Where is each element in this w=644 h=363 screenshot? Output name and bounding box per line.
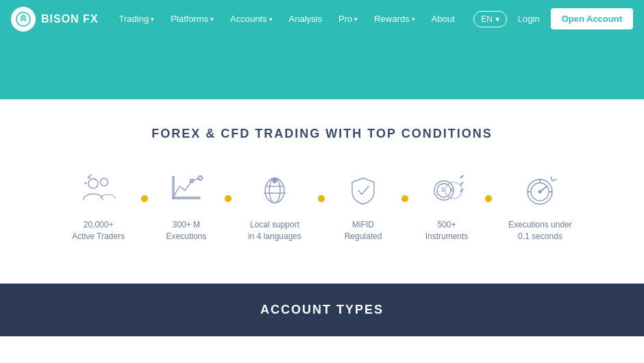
nav-item-rewards[interactable]: Rewards ▾ <box>367 10 421 28</box>
stat-speed: Executions under0.1 seconds <box>496 168 584 242</box>
executions-icon <box>164 168 208 212</box>
dot-separator <box>318 195 325 202</box>
logo-icon <box>11 7 36 32</box>
stat-label: Executions under0.1 seconds <box>508 219 572 242</box>
stat-instruments: $ € 500+Instruments <box>412 168 481 242</box>
svg-point-25 <box>538 190 542 194</box>
dot-separator <box>485 195 492 202</box>
nav-item-pro[interactable]: Pro ▾ <box>332 10 364 28</box>
logo-text: BISON FX <box>41 13 99 25</box>
account-types-band: ACCOUNT TYPES <box>0 284 644 336</box>
chevron-down-icon: ▾ <box>210 16 214 23</box>
svg-text:$: $ <box>441 186 445 193</box>
nav-item-trading[interactable]: Trading ▾ <box>112 10 162 28</box>
stat-label: MiFIDRegulated <box>345 219 382 242</box>
svg-line-11 <box>200 178 203 181</box>
nav-item-analysis[interactable]: Analysis <box>282 10 329 28</box>
chevron-down-icon: ▾ <box>269 16 273 23</box>
chevron-down-icon: ▾ <box>151 16 154 23</box>
chevron-down-icon: ▾ <box>495 14 499 24</box>
account-types-title: ACCOUNT TYPES <box>14 303 630 317</box>
stat-mifid: MiFIDRegulated <box>329 168 397 242</box>
stat-label: 300+ MExecutions <box>166 219 207 242</box>
nav-links: Trading ▾ Platforms ▾ Accounts ▾ Analysi… <box>112 10 474 28</box>
svg-line-10 <box>200 175 203 178</box>
instruments-icon: $ € <box>425 168 469 212</box>
stat-label: 500+Instruments <box>425 219 469 242</box>
dot-separator <box>141 195 148 202</box>
main-content: FOREX & CFD TRADING WITH TOP CONDITIONS … <box>0 99 644 263</box>
stat-label: 20,000+Active Traders <box>72 219 125 242</box>
open-account-button[interactable]: Open Account <box>551 8 633 29</box>
speed-icon <box>518 168 562 212</box>
login-button[interactable]: Login <box>512 11 545 27</box>
stat-languages: Local supportin 4 languages <box>236 168 314 242</box>
chevron-down-icon: ▾ <box>412 16 415 23</box>
stat-executions: 300+ MExecutions <box>152 168 221 242</box>
section-title: FOREX & CFD TRADING WITH TOP CONDITIONS <box>14 127 630 141</box>
stat-active-traders: ✦ ✦ ✦ 20,000+Active Traders <box>60 168 137 242</box>
navbar: BISON FX Trading ▾ Platforms ▾ Accounts … <box>0 0 644 38</box>
language-selector[interactable]: EN ▾ <box>473 11 507 27</box>
hero-band <box>0 38 644 99</box>
dot-separator <box>225 195 232 202</box>
logo-area[interactable]: BISON FX <box>11 7 99 32</box>
nav-right: EN ▾ Login Open Account <box>473 8 633 29</box>
svg-text:✦: ✦ <box>84 181 88 186</box>
svg-text:€: € <box>451 186 454 193</box>
svg-rect-6 <box>173 197 200 199</box>
nav-item-about[interactable]: About <box>425 10 462 28</box>
chevron-down-icon: ▾ <box>354 16 358 23</box>
mifid-icon <box>341 168 385 212</box>
traders-icon: ✦ ✦ ✦ <box>77 168 121 212</box>
nav-item-platforms[interactable]: Platforms ▾ <box>164 10 221 28</box>
languages-icon <box>253 168 297 212</box>
nav-item-accounts[interactable]: Accounts ▾ <box>223 10 279 28</box>
stat-label: Local supportin 4 languages <box>248 219 301 242</box>
stats-row: ✦ ✦ ✦ 20,000+Active Traders <box>14 168 630 242</box>
svg-text:✦: ✦ <box>89 173 92 177</box>
dot-separator <box>401 195 408 202</box>
svg-point-2 <box>100 179 108 186</box>
